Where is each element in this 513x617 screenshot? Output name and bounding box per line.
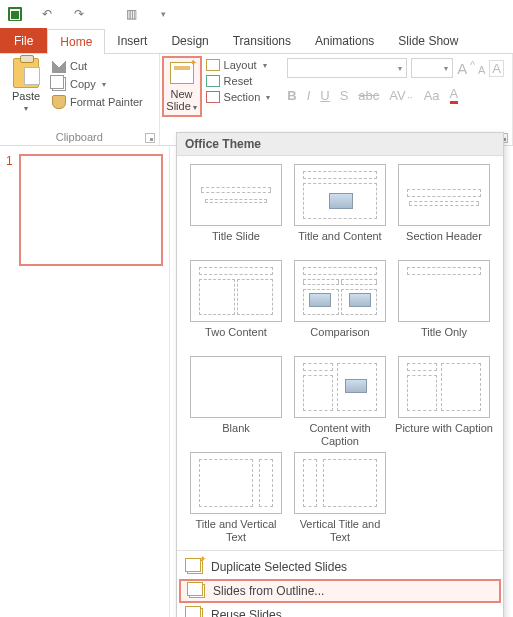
section-icon [206,91,220,103]
section-button[interactable]: Section▾ [204,90,273,104]
italic-button[interactable]: I [307,88,311,103]
brush-icon [52,95,66,109]
paste-icon [13,58,39,88]
menu-reuse-slides[interactable]: Reuse Slides... [177,603,503,617]
copy-icon [52,77,66,91]
reset-button[interactable]: Reset [204,74,273,88]
bold-button[interactable]: B [287,88,296,103]
duplicate-icon [187,560,203,574]
slide-number: 1 [6,154,13,266]
font-color-button[interactable]: A [450,86,459,104]
underline-button[interactable]: U [320,88,329,103]
menu-slides-from-outline[interactable]: Slides from Outline... [179,579,501,603]
layout-vertical-title-text[interactable]: Vertical Title and Text [291,452,389,544]
layout-gallery: Title Slide Title and Content Section He… [177,156,503,548]
char-spacing-button[interactable]: AV↔ [389,88,413,103]
quick-access-toolbar: ↶ ↷ ▥ ▾ [0,0,513,28]
tab-insert[interactable]: Insert [105,28,159,53]
reset-icon [206,75,220,87]
tab-design[interactable]: Design [159,28,220,53]
reuse-icon [187,608,203,617]
clipboard-dialog-launcher[interactable] [145,133,155,143]
tab-home[interactable]: Home [47,29,105,54]
outline-icon [189,584,205,598]
layout-icon [206,59,220,71]
layout-two-content[interactable]: Two Content [187,260,285,352]
new-slide-button[interactable]: New Slide▾ [162,56,202,117]
save-icon [8,7,22,21]
menu-duplicate-slides[interactable]: Duplicate Selected Slides [177,555,503,579]
tab-file[interactable]: File [0,28,47,53]
tab-animations[interactable]: Animations [303,28,386,53]
undo-button[interactable]: ↶ [38,5,56,23]
layout-title-slide[interactable]: Title Slide [187,164,285,256]
shadow-button[interactable]: S [340,88,349,103]
new-slide-icon [170,62,194,84]
layout-title-content[interactable]: Title and Content [291,164,389,256]
group-label-clipboard: Clipboard [0,131,159,143]
ribbon-tabs: File Home Insert Design Transitions Anim… [0,28,513,54]
slide-preview [19,154,163,266]
new-slide-label: New Slide▾ [166,88,196,113]
cut-button[interactable]: Cut [50,58,145,74]
paste-button[interactable]: Paste ▾ [6,56,46,113]
layout-button[interactable]: Layout▾ [204,58,273,72]
layout-title-vertical-text[interactable]: Title and Vertical Text [187,452,285,544]
strike-button[interactable]: abc [358,88,379,103]
slide-thumbnail-1[interactable]: 1 [6,154,163,266]
start-slideshow-button[interactable]: ▥ [122,5,140,23]
dropdown-header: Office Theme [177,133,503,156]
new-slide-dropdown: Office Theme Title Slide Title and Conte… [176,132,504,617]
copy-button[interactable]: Copy▾ [50,76,145,92]
group-clipboard: Paste ▾ Cut Copy▾ Format Painter Clipboa… [0,54,160,145]
slide-thumbnail-pane[interactable]: 1 [0,146,170,617]
layout-content-caption[interactable]: Content with Caption [291,356,389,448]
grow-shrink-font[interactable]: A^A [457,60,485,77]
tab-transitions[interactable]: Transitions [221,28,303,53]
layout-section-header[interactable]: Section Header [395,164,493,256]
cut-icon [52,59,66,73]
font-size-select[interactable]: ▾ [411,58,453,78]
layout-blank[interactable]: Blank [187,356,285,448]
layout-title-only[interactable]: Title Only [395,260,493,352]
qat-customize-button[interactable]: ▾ [154,5,172,23]
dropdown-menu: Duplicate Selected Slides Slides from Ou… [177,553,503,617]
font-family-select[interactable]: ▾ [287,58,407,78]
tab-slideshow[interactable]: Slide Show [386,28,470,53]
redo-button[interactable]: ↷ [70,5,88,23]
change-case-button[interactable]: Aa [424,88,440,103]
clear-format-button[interactable]: A [489,60,504,77]
save-button[interactable] [6,5,24,23]
paste-label: Paste [12,90,40,102]
layout-comparison[interactable]: Comparison [291,260,389,352]
layout-picture-caption[interactable]: Picture with Caption [395,356,493,448]
format-painter-button[interactable]: Format Painter [50,94,145,110]
